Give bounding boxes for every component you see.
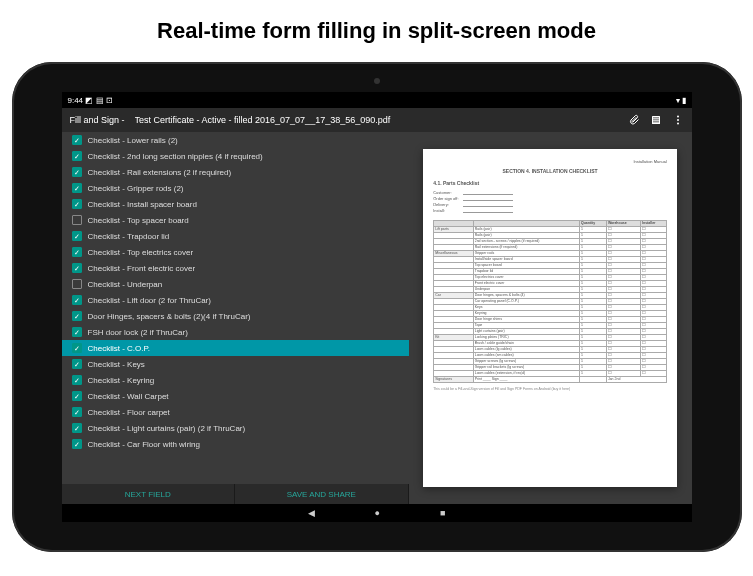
list-item[interactable]: Checklist - Install spacer board xyxy=(62,196,409,212)
checkbox[interactable] xyxy=(72,311,82,321)
home-button[interactable]: ● xyxy=(375,508,380,518)
checklist-item-label: Checklist - Wall Carpet xyxy=(88,392,169,401)
doc-field: Install: xyxy=(433,208,667,213)
pdf-page: Installation Manual SECTION 4. INSTALLAT… xyxy=(423,149,677,487)
checklist-item-label: Checklist - 2nd long section nipples (4 … xyxy=(88,152,263,161)
checklist-item-label: Checklist - Lift door (2 for ThruCar) xyxy=(88,296,211,305)
android-statusbar: 9:44 ◩ ▤ ⊡ ▾ ▮ xyxy=(62,92,692,108)
recents-button[interactable]: ■ xyxy=(440,508,445,518)
doc-checklist-table: QuantityWarehouseInstallerLift partsRail… xyxy=(433,220,667,383)
doc-info-fields: Customer:Order sign off:Delivery:Install… xyxy=(433,190,667,214)
android-navbar: ◀ ● ■ xyxy=(62,504,692,522)
list-item[interactable]: Checklist - 2nd long section nipples (4 … xyxy=(62,148,409,164)
doc-field: Order sign off: xyxy=(433,196,667,201)
app-bar: Fill and Sign - Test Certificate - Activ… xyxy=(62,108,692,132)
svg-point-6 xyxy=(677,123,679,125)
checkbox[interactable] xyxy=(72,231,82,241)
doc-footnote: This could be a Fill-and-Sign version of… xyxy=(433,387,667,391)
checkbox[interactable] xyxy=(72,279,82,289)
checklist-item-label: Checklist - Car Floor with wiring xyxy=(88,440,200,449)
battery-icon: ▮ xyxy=(682,96,686,105)
signature-row: SignaturesPrint ____ Sign ____Jan 2nd xyxy=(434,376,667,382)
list-item[interactable]: Checklist - Wall Carpet xyxy=(62,388,409,404)
checkbox[interactable] xyxy=(72,359,82,369)
doc-field: Delivery: xyxy=(433,202,667,207)
back-button[interactable]: ◀ xyxy=(308,508,315,518)
list-item[interactable]: Checklist - Front electric cover xyxy=(62,260,409,276)
checkbox[interactable] xyxy=(72,135,82,145)
list-item[interactable]: Checklist - Top electrics cover xyxy=(62,244,409,260)
list-item[interactable]: Checklist - Lower rails (2) xyxy=(62,132,409,148)
checkbox[interactable] xyxy=(72,375,82,385)
next-field-button[interactable]: NEXT FIELD xyxy=(62,484,236,504)
notification-icon: ◩ ▤ ⊡ xyxy=(85,96,112,105)
checklist-item-label: Checklist - Top electrics cover xyxy=(88,248,194,257)
screen: 9:44 ◩ ▤ ⊡ ▾ ▮ Fill and Sign - Test Cert… xyxy=(62,92,692,522)
checkbox[interactable] xyxy=(72,327,82,337)
checklist-item-label: Checklist - Top spacer board xyxy=(88,216,189,225)
list-item[interactable]: Checklist - Keyring xyxy=(62,372,409,388)
list-item[interactable]: Checklist - Car Floor with wiring xyxy=(62,436,409,452)
checklist-item-label: FSH door lock (2 if ThruCar) xyxy=(88,328,188,337)
split-content: Checklist - Lower rails (2)Checklist - 2… xyxy=(62,132,692,504)
doc-manual-label: Installation Manual xyxy=(433,159,667,164)
doc-field: Customer: xyxy=(433,190,667,195)
checkbox[interactable] xyxy=(72,199,82,209)
clock: 9:44 xyxy=(68,96,84,105)
doc-title: SECTION 4. INSTALLATION CHECKLIST xyxy=(433,168,667,174)
checklist-item-label: Checklist - Keys xyxy=(88,360,145,369)
checklist[interactable]: Checklist - Lower rails (2)Checklist - 2… xyxy=(62,132,409,484)
pdf-preview-pane[interactable]: Installation Manual SECTION 4. INSTALLAT… xyxy=(409,132,692,504)
page-view-icon[interactable] xyxy=(650,114,662,126)
checklist-item-label: Checklist - Gripper rods (2) xyxy=(88,184,184,193)
doc-section-heading: 4.1. Parts Checklist xyxy=(433,180,667,186)
camera-dot xyxy=(374,78,380,84)
checklist-item-label: Door Hinges, spacers & bolts (2)(4 if Th… xyxy=(88,312,251,321)
app-name: Fill and Sign - xyxy=(70,115,125,125)
checkbox[interactable] xyxy=(72,295,82,305)
checkbox[interactable] xyxy=(72,167,82,177)
checkbox[interactable] xyxy=(72,151,82,161)
attachment-icon[interactable] xyxy=(628,114,640,126)
list-item[interactable]: Door Hinges, spacers & bolts (2)(4 if Th… xyxy=(62,308,409,324)
list-item[interactable]: Checklist - C.O.P. xyxy=(62,340,409,356)
list-item[interactable]: FSH door lock (2 if ThruCar) xyxy=(62,324,409,340)
list-item[interactable]: Checklist - Rail extensions (2 if requir… xyxy=(62,164,409,180)
list-item[interactable]: Checklist - Underpan xyxy=(62,276,409,292)
checklist-item-label: Checklist - Trapdoor lid xyxy=(88,232,170,241)
checklist-item-label: Checklist - Lower rails (2) xyxy=(88,136,178,145)
checkbox[interactable] xyxy=(72,391,82,401)
svg-point-4 xyxy=(677,116,679,118)
list-item[interactable]: Checklist - Light curtains (pair) (2 if … xyxy=(62,420,409,436)
checkbox[interactable] xyxy=(72,247,82,257)
checklist-item-label: Checklist - Install spacer board xyxy=(88,200,197,209)
overflow-menu-icon[interactable] xyxy=(672,114,684,126)
tablet-frame: 9:44 ◩ ▤ ⊡ ▾ ▮ Fill and Sign - Test Cert… xyxy=(12,62,742,552)
list-item[interactable]: Checklist - Floor carpet xyxy=(62,404,409,420)
checkbox[interactable] xyxy=(72,439,82,449)
checkbox[interactable] xyxy=(72,215,82,225)
checklist-item-label: Checklist - Keyring xyxy=(88,376,155,385)
svg-rect-2 xyxy=(653,120,659,121)
checkbox[interactable] xyxy=(72,407,82,417)
list-item[interactable]: Checklist - Top spacer board xyxy=(62,212,409,228)
svg-rect-1 xyxy=(653,118,659,119)
checklist-item-label: Checklist - Front electric cover xyxy=(88,264,196,273)
svg-point-5 xyxy=(677,119,679,121)
checklist-item-label: Checklist - Floor carpet xyxy=(88,408,170,417)
footer-bar: NEXT FIELD SAVE AND SHARE xyxy=(62,484,409,504)
checklist-item-label: Checklist - Rail extensions (2 if requir… xyxy=(88,168,232,177)
list-item[interactable]: Checklist - Keys xyxy=(62,356,409,372)
statusbar-right: ▾ ▮ xyxy=(676,96,686,105)
checklist-item-label: Checklist - Underpan xyxy=(88,280,163,289)
form-fields-pane: Checklist - Lower rails (2)Checklist - 2… xyxy=(62,132,409,504)
checkbox[interactable] xyxy=(72,183,82,193)
list-item[interactable]: Checklist - Trapdoor lid xyxy=(62,228,409,244)
checkbox[interactable] xyxy=(72,263,82,273)
save-and-share-button[interactable]: SAVE AND SHARE xyxy=(235,484,409,504)
list-item[interactable]: Checklist - Lift door (2 for ThruCar) xyxy=(62,292,409,308)
checkbox[interactable] xyxy=(72,343,82,353)
svg-rect-3 xyxy=(653,122,659,123)
checkbox[interactable] xyxy=(72,423,82,433)
list-item[interactable]: Checklist - Gripper rods (2) xyxy=(62,180,409,196)
